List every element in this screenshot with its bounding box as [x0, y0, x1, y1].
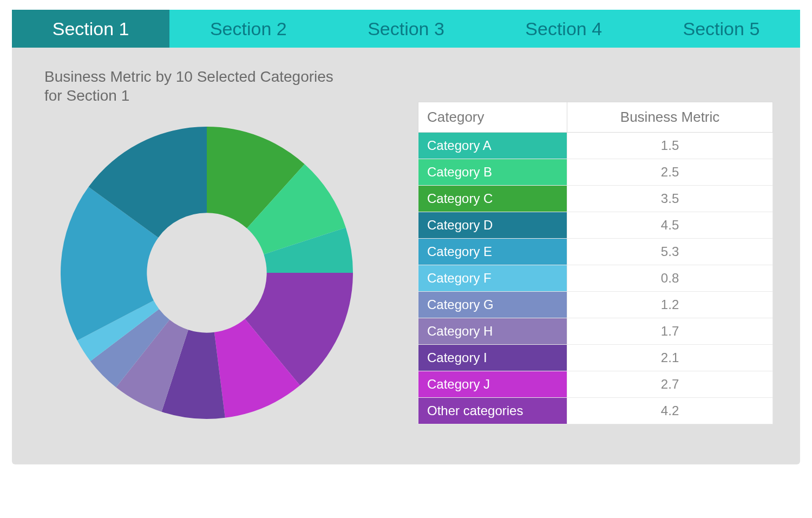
tab-section-2[interactable]: Section 2 — [169, 10, 327, 48]
tab-section-5[interactable]: Section 5 — [643, 10, 800, 48]
table-area: Category Business Metric Category A1.5Ca… — [418, 67, 773, 454]
category-cell: Category I — [418, 345, 567, 371]
value-cell: 1.7 — [567, 318, 773, 345]
donut-hole — [148, 214, 266, 332]
category-cell: Other categories — [418, 398, 567, 424]
value-cell: 3.5 — [567, 186, 773, 212]
chart-area: Business Metric by 10 Selected Categorie… — [44, 67, 396, 454]
dashboard: Section 1Section 2Section 3Section 4Sect… — [12, 10, 800, 464]
tab-section-3[interactable]: Section 3 — [327, 10, 484, 48]
tab-section-4[interactable]: Section 4 — [485, 10, 643, 48]
header-metric: Business Metric — [567, 102, 773, 133]
header-category: Category — [418, 102, 567, 133]
value-cell: 0.8 — [567, 265, 773, 292]
value-cell: 4.2 — [567, 398, 773, 424]
value-cell: 2.7 — [567, 371, 773, 398]
table-row: Category C3.5 — [418, 186, 773, 212]
table-row: Category B2.5 — [418, 159, 773, 186]
category-cell: Category C — [418, 186, 567, 212]
table-row: Category E5.3 — [418, 239, 773, 265]
table-row: Category D4.5 — [418, 212, 773, 239]
donut-chart — [44, 110, 369, 435]
category-cell: Category D — [418, 212, 567, 239]
category-cell: Category B — [418, 159, 567, 186]
category-cell: Category E — [418, 239, 567, 265]
value-cell: 2.5 — [567, 159, 773, 186]
value-cell: 5.3 — [567, 239, 773, 265]
table-row: Category I2.1 — [418, 345, 773, 371]
category-cell: Category F — [418, 265, 567, 292]
value-cell: 4.5 — [567, 212, 773, 239]
value-cell: 2.1 — [567, 345, 773, 371]
dashboard-panel: Business Metric by 10 Selected Categorie… — [12, 48, 800, 464]
category-cell: Category A — [418, 133, 567, 159]
table-row: Category J2.7 — [418, 371, 773, 398]
table-row: Category H1.7 — [418, 318, 773, 345]
section-tabs: Section 1Section 2Section 3Section 4Sect… — [12, 10, 800, 48]
category-cell: Category G — [418, 292, 567, 318]
table-row: Category G1.2 — [418, 292, 773, 318]
category-cell: Category J — [418, 371, 567, 398]
table-header-row: Category Business Metric — [418, 102, 773, 133]
table-row: Other categories4.2 — [418, 398, 773, 424]
table-row: Category F0.8 — [418, 265, 773, 292]
tab-section-1[interactable]: Section 1 — [12, 10, 169, 48]
value-cell: 1.2 — [567, 292, 773, 318]
table-row: Category A1.5 — [418, 133, 773, 159]
chart-title: Business Metric by 10 Selected Categorie… — [44, 67, 348, 105]
data-table: Category Business Metric Category A1.5Ca… — [418, 102, 773, 424]
category-cell: Category H — [418, 318, 567, 345]
value-cell: 1.5 — [567, 133, 773, 159]
